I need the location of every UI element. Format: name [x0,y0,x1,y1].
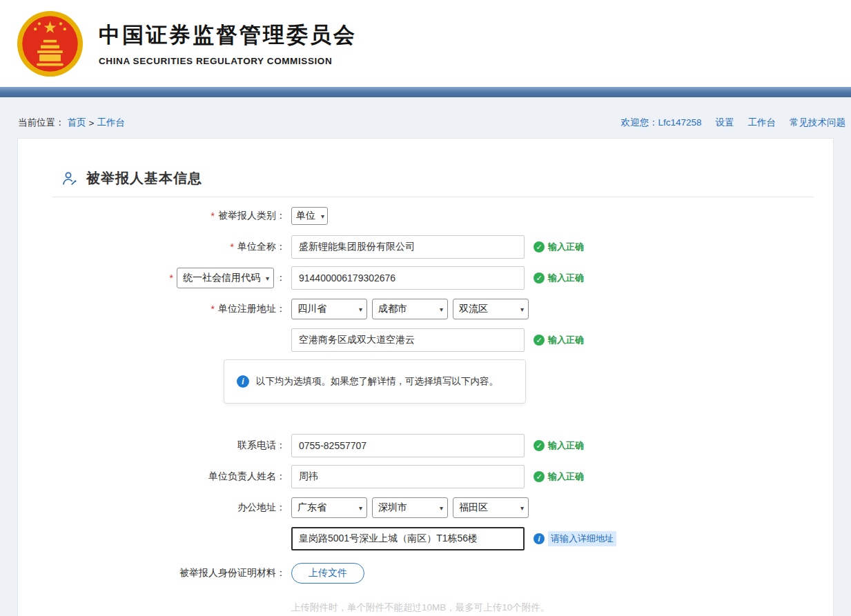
phone-row: 联系电话： ✓ 输入正确 [18,434,833,457]
user-links: 欢迎您：Lfc147258 设置 工作台 常见技术问题 [620,117,845,129]
topbar: 当前位置： 首页 > 工作台 欢迎您：Lfc147258 设置 工作台 常见技术… [0,97,851,138]
phone-status: ✓ 输入正确 [534,439,584,452]
check-icon: ✓ [534,440,545,451]
chevron-down-icon: ▾ [321,212,324,220]
company-name-row: * 单位全称： ✓ 输入正确 [18,235,833,259]
office-city-select[interactable]: 深圳市 ▾ [372,497,448,518]
office-province-select[interactable]: 广东省 ▾ [291,497,367,518]
credit-code-row: * 统一社会信用代码 ▾ ： ✓ 输入正确 [18,266,833,290]
optional-fields-notice-text: 以下均为选填项。如果您了解详情，可选择填写以下内容。 [256,375,498,388]
office-address-row: 办公地址： 广东省 ▾ 深圳市 ▾ 福田区 ▾ [18,496,833,519]
faq-link[interactable]: 常见技术问题 [790,117,845,129]
chevron-down-icon: ▾ [520,504,524,512]
reported-person-icon [61,170,79,188]
national-emblem-icon [17,10,84,77]
check-icon: ✓ [534,335,545,346]
section-title: 被举报人基本信息 [86,169,202,188]
office-address-detail-row: i 请输入详细地址 [18,527,833,550]
credit-code-type-select[interactable]: 统一社会信用代码 ▾ [177,268,274,288]
person-name-label: 单位负责人姓名： [18,470,286,483]
required-mark: * [211,304,215,315]
breadcrumb-home-link[interactable]: 首页 [68,117,86,129]
category-select[interactable]: 单位 ▾ [291,207,328,225]
company-name-label: * 单位全称： [18,241,286,253]
info-icon: i [237,375,249,388]
breadcrumb-prefix: 当前位置： [18,117,65,129]
chevron-down-icon: ▾ [440,504,443,512]
phone-label: 联系电话： [18,439,286,452]
office-address-detail-hint: i 请输入详细地址 [534,531,616,546]
optional-fields-notice: i 以下均为选填项。如果您了解详情，可选择填写以下内容。 [224,359,526,404]
required-mark: * [170,272,173,284]
username-link[interactable]: Lfc147258 [658,117,701,128]
section-divider [52,197,814,197]
attachment-row: 被举报人身份证明材料： 上传文件 [18,562,833,585]
chevron-down-icon: ▾ [520,306,524,313]
office-address-detail-input[interactable] [291,527,525,550]
reg-province-select[interactable]: 四川省 ▾ [291,299,367,319]
chevron-down-icon: ▾ [440,306,443,313]
required-mark: * [211,210,215,221]
reg-address-detail-status: ✓ 输入正确 [534,334,584,346]
attachment-label: 被举报人身份证明材料： [18,567,286,579]
office-district-select[interactable]: 福田区 ▾ [453,497,529,518]
upload-tip-size: 上传附件时，单个附件不能超过10MB，最多可上传10个附件。 [291,600,833,615]
settings-link[interactable]: 设置 [716,117,734,129]
section-header: 被举报人基本信息 [61,169,833,188]
upload-tips: 上传附件时，单个附件不能超过10MB，最多可上传10个附件。 附件类型为：pdf… [291,600,833,616]
company-name-input[interactable] [291,235,525,259]
reg-city-select[interactable]: 成都市 ▾ [372,299,448,319]
person-name-row: 单位负责人姓名： ✓ 输入正确 [18,465,833,488]
header-blue-bar [0,87,851,97]
info-icon: i [534,533,545,544]
reg-address-row: * 单位注册地址： 四川省 ▾ 成都市 ▾ 双流区 ▾ [18,297,833,321]
check-icon: ✓ [534,272,545,284]
chevron-down-icon: ▾ [359,306,362,313]
breadcrumb: 当前位置： 首页 > 工作台 [18,117,125,129]
credit-code-label: * 统一社会信用代码 ▾ ： [18,268,286,288]
reg-district-select[interactable]: 双流区 ▾ [453,299,529,319]
workbench-link[interactable]: 工作台 [748,117,776,129]
upload-file-button[interactable]: 上传文件 [291,563,364,584]
company-name-status: ✓ 输入正确 [534,241,584,253]
credit-code-input[interactable] [291,266,525,290]
chevron-down-icon: ▾ [266,275,269,282]
breadcrumb-separator: > [89,118,95,128]
breadcrumb-current-link[interactable]: 工作台 [97,117,125,129]
reg-address-label: * 单位注册地址： [18,303,286,315]
chevron-down-icon: ▾ [359,504,362,512]
reg-address-detail-input[interactable] [291,328,525,352]
welcome-text: 欢迎您：Lfc147258 [620,117,701,129]
site-title: 中国证券监督管理委员会 [99,21,357,50]
site-header: 中国证券监督管理委员会 CHINA SECURITIES REGULATORY … [0,0,851,87]
required-mark: * [231,241,234,252]
site-subtitle: CHINA SECURITIES REGULATORY COMMISSION [99,56,357,66]
person-name-status: ✓ 输入正确 [534,470,584,483]
credit-code-status: ✓ 输入正确 [534,272,584,284]
site-title-block: 中国证券监督管理委员会 CHINA SECURITIES REGULATORY … [99,21,357,66]
person-name-input[interactable] [291,465,525,488]
form-card: 被举报人基本信息 * 被举报人类别： 单位 ▾ * 单位全称： ✓ 输入正确 [17,138,834,616]
reg-address-detail-row: ✓ 输入正确 [18,328,833,352]
phone-input[interactable] [291,434,525,457]
category-row: * 被举报人类别： 单位 ▾ [18,204,833,228]
office-address-label: 办公地址： [18,501,286,514]
category-label: * 被举报人类别： [18,210,286,222]
check-icon: ✓ [534,241,545,252]
check-icon: ✓ [534,471,545,482]
